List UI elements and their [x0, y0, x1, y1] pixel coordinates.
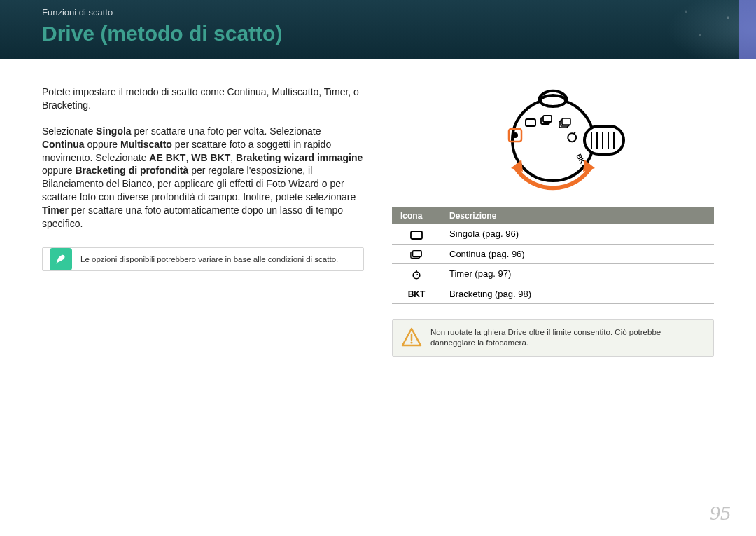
row-desc: Continua (pag. 96) — [441, 244, 714, 264]
svg-point-0 — [512, 99, 594, 181]
single-shot-icon — [392, 224, 441, 244]
breadcrumb: Funzioni di scatto — [42, 7, 756, 18]
intro-paragraph: Potete impostare il metodo di scatto com… — [42, 85, 364, 112]
body-bold: WB BKT — [191, 152, 230, 163]
pen-icon — [50, 248, 72, 270]
body-text: per scattare una foto per volta. Selezio… — [132, 125, 321, 137]
side-tab — [739, 0, 756, 59]
body-text: oppure — [42, 165, 75, 176]
body-paragraph: Selezionate Singola per scattare una fot… — [42, 125, 364, 231]
continuous-shot-icon — [392, 244, 441, 264]
body-bold: Braketing wizard immagine — [236, 152, 363, 163]
body-bold: Multiscatto — [120, 139, 172, 150]
warning-icon — [401, 327, 422, 348]
bracketing-icon: BKT — [392, 284, 441, 303]
table-row: Continua (pag. 96) — [392, 244, 714, 264]
warning-box: Non ruotate la ghiera Drive oltre il lim… — [392, 319, 714, 357]
left-column: Potete impostare il metodo di scatto com… — [42, 85, 364, 357]
row-desc: Timer (pag. 97) — [441, 264, 714, 284]
svg-rect-1 — [584, 126, 624, 154]
svg-point-9 — [512, 132, 518, 138]
svg-point-7 — [540, 95, 566, 106]
body-bold: AE BKT — [149, 152, 186, 163]
row-desc: Bracketing (pag. 98) — [441, 284, 714, 303]
note-box: Le opzioni disponibili potrebbero variar… — [42, 247, 364, 271]
content-area: Potete impostare il metodo di scatto com… — [0, 59, 756, 357]
drive-dial-illustration: BKT — [392, 85, 714, 193]
row-desc: Singola (pag. 96) — [441, 224, 714, 244]
svg-line-17 — [574, 132, 575, 134]
th-desc: Descrizione — [441, 207, 714, 224]
body-text: Selezionate — [42, 125, 96, 137]
right-column: BKT Icona Descrizione Singola (pa — [392, 85, 714, 357]
svg-point-29 — [410, 342, 412, 344]
body-bold: Timer — [42, 205, 69, 216]
icon-table: Icona Descrizione Singola (pag. 96) Cont… — [392, 207, 714, 304]
table-row: Singola (pag. 96) — [392, 224, 714, 244]
body-text: , — [230, 152, 236, 163]
table-row: BKT Bracketing (pag. 98) — [392, 284, 714, 303]
page-number: 95 — [710, 501, 731, 525]
body-bold: Singola — [96, 125, 132, 137]
table-row: Timer (pag. 97) — [392, 264, 714, 284]
note-text: Le opzioni disponibili potrebbero variar… — [80, 255, 338, 263]
header-banner: Funzioni di scatto Drive (metodo di scat… — [0, 0, 756, 59]
svg-rect-15 — [562, 118, 570, 125]
bkt-text: BKT — [408, 289, 426, 299]
body-bold: Continua — [42, 139, 85, 150]
svg-rect-12 — [543, 116, 552, 122]
svg-rect-23 — [413, 251, 422, 257]
timer-icon — [392, 264, 441, 284]
body-text: per scattare una foto automaticamente do… — [42, 205, 343, 229]
svg-line-26 — [416, 274, 418, 275]
warning-text: Non ruotate la ghiera Drive oltre il lim… — [430, 328, 661, 348]
body-bold: Bracketing di profondità — [75, 165, 188, 176]
svg-rect-21 — [411, 231, 422, 239]
page-title: Drive (metodo di scatto) — [42, 22, 756, 46]
body-text: oppure — [85, 139, 120, 150]
th-icon: Icona — [392, 207, 441, 224]
